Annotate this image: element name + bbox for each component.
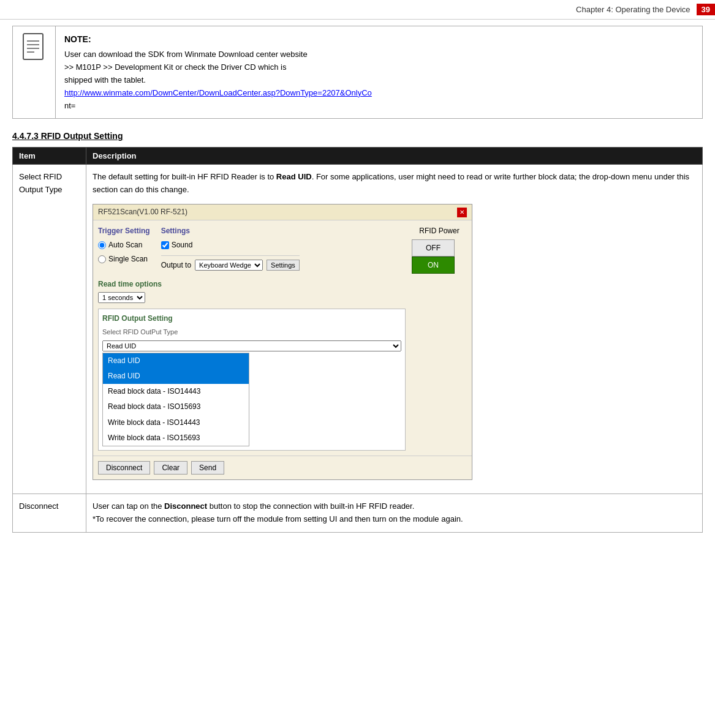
note-text-line3: shipped with the tablet.	[64, 75, 146, 84]
sound-label: Sound	[172, 239, 193, 251]
dropdown-item-iso14443-read[interactable]: Read block data - ISO14443	[103, 384, 249, 399]
row1-item: Select RFID Output Type	[13, 165, 86, 494]
app-body: Trigger Setting Auto Scan Single Scan	[93, 220, 472, 456]
sound-row: Sound	[161, 239, 300, 251]
rfid-output-label: RFID Output Setting	[102, 313, 401, 325]
divider	[161, 255, 300, 256]
table-row: Select RFID Output Type The default sett…	[13, 165, 703, 494]
page-number: 39	[697, 4, 715, 15]
rfid-type-select[interactable]: Read UID	[102, 340, 401, 351]
rfid-type-dropdown: Read UID Read UID Read block data - ISO1…	[102, 353, 249, 446]
select-type-label: Select RFID OutPut Type	[102, 327, 401, 338]
note-text-line1: User can download the SDK from Winmate D…	[64, 50, 308, 59]
page-header: Chapter 4: Operating the Device 39	[0, 0, 715, 20]
output-type-select[interactable]: Keyboard Wedge COM Port Network	[195, 260, 263, 271]
dropdown-item-iso15693-write[interactable]: Write block data - ISO15693	[103, 430, 249, 446]
send-button[interactable]: Send	[191, 461, 224, 475]
note-icon-cell	[13, 26, 56, 118]
top-section: Trigger Setting Auto Scan Single Scan	[98, 225, 406, 275]
col-header-item: Item	[13, 148, 86, 165]
app-titlebar: RF521Scan(V1.00 RF-521) ✕	[93, 205, 472, 220]
app-left-panel: Trigger Setting Auto Scan Single Scan	[98, 225, 406, 451]
dropdown-item-read-uid-top[interactable]: Read UID	[103, 353, 249, 369]
row2-description: User can tap on the Disconnect button to…	[86, 494, 703, 533]
note-content: NOTE: User can download the SDK from Win…	[56, 26, 702, 118]
dropdown-item-read-uid[interactable]: Read UID	[103, 369, 249, 384]
dropdown-item-iso15693-read[interactable]: Read block data - ISO15693	[103, 399, 249, 415]
trigger-section: Trigger Setting Auto Scan Single Scan	[98, 225, 150, 275]
chapter-title: Chapter 4: Operating the Device	[576, 5, 690, 14]
rfid-off-button[interactable]: OFF	[412, 239, 455, 257]
auto-scan-radio[interactable]	[98, 241, 106, 249]
sound-checkbox[interactable]	[161, 241, 169, 249]
settings-section: Settings Sound Output to	[161, 225, 300, 275]
row2-item: Disconnect	[13, 494, 86, 533]
auto-scan-label: Auto Scan	[108, 239, 142, 251]
output-to-label: Output to	[161, 260, 191, 271]
auto-scan-row: Auto Scan	[98, 239, 150, 251]
row1-description: The default setting for built-in HF RFID…	[86, 165, 703, 494]
note-document-icon	[22, 32, 47, 63]
note-link[interactable]: http://www.winmate.com/DownCenter/DownLo…	[64, 88, 372, 97]
note-text-line2: >> M101P >> Development Kit or check the…	[64, 62, 286, 72]
main-table: Item Description Select RFID Output Type…	[12, 147, 703, 532]
col-header-description: Description	[86, 148, 703, 165]
close-button[interactable]: ✕	[457, 208, 467, 217]
dropdown-item-iso14443-write[interactable]: Write block data - ISO14443	[103, 415, 249, 430]
table-row: Disconnect User can tap on the Disconnec…	[13, 494, 703, 533]
app-window: RF521Scan(V1.00 RF-521) ✕ Trigger Settin…	[93, 204, 472, 480]
read-time-label: Read time options	[98, 279, 406, 290]
disconnect-button[interactable]: Disconnect	[98, 461, 150, 475]
single-scan-row: Single Scan	[98, 253, 150, 265]
read-time-section: Read time options 1 seconds 2 seconds 3 …	[98, 279, 406, 304]
bottom-buttons: Disconnect Clear Send	[93, 456, 472, 479]
rfid-output-section: RFID Output Setting Select RFID OutPut T…	[98, 309, 406, 451]
rfid-on-button[interactable]: ON	[412, 257, 455, 274]
note-box: NOTE: User can download the SDK from Win…	[12, 26, 703, 119]
rfid-power-panel: RFID Power OFF ON	[412, 225, 467, 451]
single-scan-radio[interactable]	[98, 255, 106, 263]
svg-rect-0	[23, 34, 43, 59]
section-heading: 4.4.7.3 RFID Output Setting	[12, 131, 703, 141]
trigger-label: Trigger Setting	[98, 225, 150, 237]
settings-button[interactable]: Settings	[267, 260, 300, 271]
settings-label: Settings	[161, 225, 300, 237]
single-scan-label: Single Scan	[108, 253, 148, 265]
output-row: Output to Keyboard Wedge COM Port Networ…	[161, 260, 300, 271]
note-link-suffix: nt=	[64, 101, 75, 110]
rfid-power-label: RFID Power	[412, 225, 467, 237]
seconds-select[interactable]: 1 seconds 2 seconds 3 seconds 5 seconds	[98, 292, 145, 303]
app-title: RF521Scan(V1.00 RF-521)	[98, 206, 187, 218]
clear-button[interactable]: Clear	[154, 461, 187, 475]
note-title: NOTE:	[64, 32, 694, 46]
